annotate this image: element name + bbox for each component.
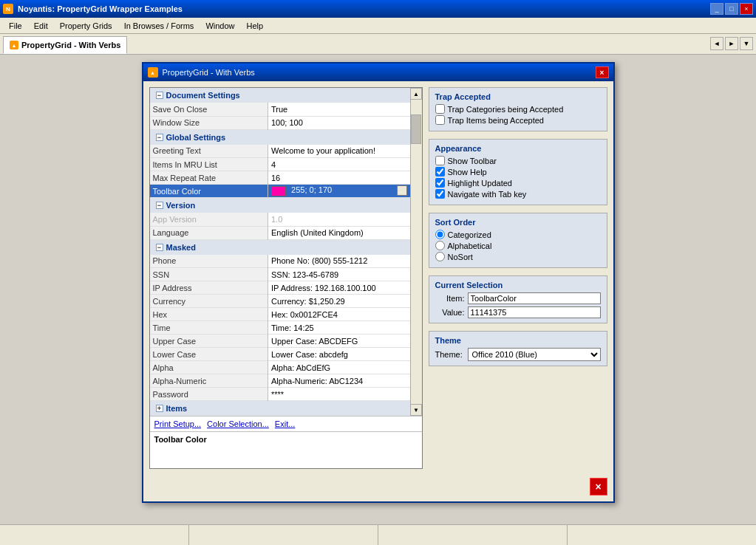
- tab-propertygrid-with-verbs[interactable]: ▲ PropertyGrid - With Verbs: [3, 36, 127, 54]
- menu-help[interactable]: Help: [241, 20, 270, 32]
- row-app-version[interactable]: App Version 1.0: [150, 213, 410, 226]
- prop-name-max-repeat-rate: Max Repeat Rate: [150, 171, 268, 185]
- row-alpha[interactable]: Alpha Alpha: AbCdEfG: [150, 361, 410, 374]
- prop-value-window-size[interactable]: 100; 100: [268, 116, 410, 129]
- minimize-button[interactable]: _: [710, 3, 723, 15]
- prop-value-items-mru[interactable]: 4: [268, 158, 410, 171]
- row-alpha-numeric[interactable]: Alpha-Numeric Alpha-Numeric: AbC1234: [150, 374, 410, 388]
- prop-value-currency[interactable]: Currency: $1,250.29: [268, 295, 410, 308]
- prop-name-toolbar-color: Toolbar Color: [150, 185, 268, 198]
- prop-name-app-version: App Version: [150, 213, 268, 226]
- row-language[interactable]: Language English (United Kingdom): [150, 226, 410, 239]
- row-items-mru[interactable]: Items In MRU List 4: [150, 158, 410, 171]
- radio-nosort[interactable]: [435, 252, 445, 261]
- dialog-footer: ×: [143, 475, 613, 501]
- tab-nav-right[interactable]: ►: [725, 37, 738, 50]
- row-greeting-text[interactable]: Greeting Text Welcome to your applicatio…: [150, 145, 410, 158]
- category-document-settings[interactable]: − Document Settings: [150, 88, 410, 103]
- dialog-close-button[interactable]: ×: [596, 66, 609, 78]
- close-button[interactable]: ×: [740, 3, 753, 15]
- verb-exit[interactable]: Exit...: [275, 419, 296, 428]
- section-current-selection: Current Selection Item: Value:: [429, 275, 607, 323]
- row-window-size[interactable]: Window Size 100; 100: [150, 116, 410, 129]
- prop-value-greeting-text[interactable]: Welcome to your application!: [268, 145, 410, 158]
- checkbox-navigate-tab[interactable]: [435, 189, 445, 199]
- category-label-version: Version: [166, 201, 196, 210]
- menu-window[interactable]: Window: [200, 20, 240, 32]
- item-value-input[interactable]: [468, 292, 601, 304]
- dialog-footer-close-button[interactable]: ×: [590, 478, 607, 496]
- ellipsis-button-toolbar-color[interactable]: ...: [397, 185, 407, 196]
- prop-value-save-on-close[interactable]: True: [268, 103, 410, 116]
- tab-nav-down[interactable]: ▼: [740, 37, 753, 50]
- row-save-on-close[interactable]: Save On Close True: [150, 103, 410, 116]
- value-value-input[interactable]: [468, 306, 601, 318]
- row-password[interactable]: Password ****: [150, 388, 410, 401]
- verb-print-setup[interactable]: Print Setup...: [154, 419, 202, 428]
- status-cell-1: [0, 525, 189, 545]
- prop-name-currency: Currency: [150, 295, 268, 308]
- prop-value-app-version: 1.0: [268, 213, 410, 226]
- item-label: Item:: [435, 294, 465, 303]
- row-time[interactable]: Time Time: 14:25: [150, 321, 410, 335]
- row-upper-case[interactable]: Upper Case Upper Case: ABCDEFG: [150, 335, 410, 348]
- prop-value-lower-case[interactable]: Lower Case: abcdefg: [268, 348, 410, 361]
- row-ssn[interactable]: SSN SSN: 123-45-6789: [150, 268, 410, 281]
- checkbox-trap-items[interactable]: [435, 115, 445, 125]
- prop-value-hex[interactable]: Hex: 0x0012FCE4: [268, 308, 410, 321]
- category-label-document-settings: Document Settings: [166, 91, 240, 100]
- menu-file[interactable]: File: [3, 20, 28, 32]
- property-grid-scrollbar[interactable]: ▲ ▼: [410, 88, 422, 416]
- checkbox-highlight-updated[interactable]: [435, 178, 445, 188]
- expand-icon-global-settings[interactable]: −: [156, 134, 163, 141]
- checkbox-show-toolbar[interactable]: [435, 156, 445, 165]
- row-phone[interactable]: Phone Phone No: (800) 555-1212: [150, 255, 410, 268]
- expand-icon-version[interactable]: −: [156, 202, 163, 209]
- checkbox-trap-categories[interactable]: [435, 104, 445, 114]
- theme-select[interactable]: Office 2010 (Blue) Office 2007 (Silver) …: [468, 348, 601, 361]
- expand-icon-document-settings[interactable]: −: [156, 92, 163, 99]
- verb-color-selection[interactable]: Color Selection...: [207, 419, 269, 428]
- radio-alphabetical[interactable]: [435, 241, 445, 250]
- category-global-settings[interactable]: − Global Settings: [150, 129, 410, 145]
- scroll-thumb[interactable]: [411, 114, 421, 144]
- menu-property-grids[interactable]: Property Grids: [54, 20, 118, 32]
- menu-in-browses-forms[interactable]: In Browses / Forms: [118, 20, 200, 32]
- maximize-button[interactable]: □: [725, 3, 738, 15]
- theme-label: Theme:: [435, 350, 465, 359]
- checkbox-show-help[interactable]: [435, 167, 445, 176]
- prop-value-language[interactable]: English (United Kingdom): [268, 226, 410, 239]
- category-items[interactable]: + Items: [150, 401, 410, 417]
- prop-value-ssn[interactable]: SSN: 123-45-6789: [268, 268, 410, 281]
- category-masked[interactable]: − Masked: [150, 239, 410, 255]
- prop-value-alpha[interactable]: Alpha: AbCdEfG: [268, 361, 410, 374]
- expand-icon-masked[interactable]: −: [156, 244, 163, 251]
- checkbox-row-highlight-updated: Highlight Updated: [435, 178, 601, 188]
- prop-value-upper-case[interactable]: Upper Case: ABCDEFG: [268, 335, 410, 348]
- prop-value-time[interactable]: Time: 14:25: [268, 321, 410, 335]
- row-toolbar-color[interactable]: Toolbar Color 255; 0; 170 ...: [150, 185, 410, 198]
- prop-value-ip-address[interactable]: IP Address: 192.168.100.100: [268, 281, 410, 295]
- category-version[interactable]: − Version: [150, 198, 410, 213]
- scroll-down-button[interactable]: ▼: [410, 404, 422, 416]
- row-ip-address[interactable]: IP Address IP Address: 192.168.100.100: [150, 281, 410, 295]
- category-label-items: Items: [166, 404, 188, 413]
- radio-categorized[interactable]: [435, 230, 445, 239]
- prop-name-alpha-numeric: Alpha-Numeric: [150, 374, 268, 388]
- tab-nav-left[interactable]: ◄: [710, 37, 723, 50]
- checkbox-row-show-toolbar: Show Toolbar: [435, 156, 601, 165]
- expand-icon-items[interactable]: +: [156, 405, 163, 412]
- menu-edit[interactable]: Edit: [28, 20, 54, 32]
- prop-value-alpha-numeric[interactable]: Alpha-Numeric: AbC1234: [268, 374, 410, 388]
- prop-value-password[interactable]: ****: [268, 388, 410, 401]
- row-hex[interactable]: Hex Hex: 0x0012FCE4: [150, 308, 410, 321]
- scroll-up-button[interactable]: ▲: [410, 88, 422, 100]
- prop-value-phone[interactable]: Phone No: (800) 555-1212: [268, 255, 410, 268]
- value-label: Value:: [435, 308, 465, 317]
- row-currency[interactable]: Currency Currency: $1,250.29: [150, 295, 410, 308]
- prop-value-max-repeat-rate[interactable]: 16: [268, 171, 410, 185]
- row-max-repeat-rate[interactable]: Max Repeat Rate 16: [150, 171, 410, 185]
- row-lower-case[interactable]: Lower Case Lower Case: abcdefg: [150, 348, 410, 361]
- label-trap-categories: Trap Categories being Accepted: [448, 105, 564, 114]
- prop-value-toolbar-color[interactable]: 255; 0; 170 ...: [268, 185, 410, 198]
